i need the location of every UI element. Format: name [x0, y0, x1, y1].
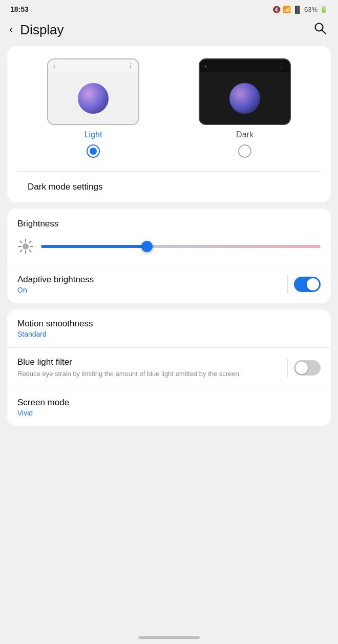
dark-preview-body	[200, 72, 290, 124]
brightness-slider-row	[17, 238, 321, 255]
status-time: 18:53	[10, 5, 29, 13]
slider-remaining	[147, 245, 321, 248]
light-dots-icon: ⋮	[128, 63, 133, 69]
dark-mode-settings-row[interactable]: Dark mode settings	[17, 172, 321, 202]
svg-line-7	[20, 241, 23, 243]
dark-preview-top: ‹ ⋮	[200, 59, 290, 72]
screen-mode-title: Screen mode	[17, 398, 321, 408]
blue-light-toggle[interactable]	[294, 360, 321, 376]
slider-fill	[41, 245, 147, 248]
light-sphere	[78, 83, 109, 114]
toggle-thumb-blue	[295, 362, 308, 374]
battery-percent: 63%	[304, 6, 318, 13]
header: ‹ Display	[0, 16, 338, 46]
adaptive-subtitle: On	[17, 286, 287, 294]
dark-sphere	[229, 83, 260, 114]
status-bar: 18:53 🔇 📶 ▐▌ 63% 🔋	[0, 0, 338, 16]
signal-icon: ▐▌	[293, 6, 302, 13]
brightness-card: Brightness	[7, 209, 331, 303]
brightness-title: Brightness	[17, 219, 321, 229]
dark-label: Dark	[236, 130, 253, 139]
light-preview-top: ‹ ⋮	[48, 59, 138, 72]
motion-smoothness-row[interactable]: Motion smoothness Standard	[7, 309, 331, 347]
light-radio-container	[17, 144, 169, 166]
battery-icon: 🔋	[320, 6, 328, 13]
toggle-thumb-adaptive	[307, 278, 319, 290]
back-button[interactable]: ‹	[9, 23, 13, 36]
adaptive-brightness-row[interactable]: Adaptive brightness On	[7, 265, 331, 303]
mute-icon: 🔇	[272, 6, 281, 13]
theme-card: ‹ ⋮ Light ‹ ⋮	[7, 46, 331, 202]
motion-smoothness-title: Motion smoothness	[17, 319, 321, 329]
status-right: 🔇 📶 ▐▌ 63% 🔋	[272, 6, 328, 13]
adaptive-title: Adaptive brightness	[17, 275, 287, 285]
dark-back-icon: ‹	[205, 63, 207, 69]
wifi-icon: 📶	[283, 6, 291, 13]
blue-light-text: Blue light filter Reduce eye strain by l…	[17, 357, 287, 379]
slider-thumb[interactable]	[141, 241, 153, 252]
theme-option-dark[interactable]: ‹ ⋮ Dark	[169, 58, 321, 166]
svg-point-2	[23, 243, 29, 250]
brightness-slider[interactable]	[41, 245, 321, 248]
vertical-divider-blue	[287, 359, 288, 377]
blue-light-row[interactable]: Blue light filter Reduce eye strain by l…	[7, 348, 331, 388]
svg-line-9	[29, 241, 31, 243]
screen-mode-subtitle: Vivid	[17, 409, 321, 417]
page-title: Display	[20, 22, 64, 38]
theme-options: ‹ ⋮ Light ‹ ⋮	[17, 58, 321, 166]
theme-option-light[interactable]: ‹ ⋮ Light	[17, 58, 169, 166]
motion-smoothness-subtitle: Standard	[17, 330, 321, 338]
search-button[interactable]	[313, 22, 327, 38]
light-preview: ‹ ⋮	[47, 58, 139, 125]
svg-line-1	[322, 30, 326, 34]
light-radio[interactable]	[87, 144, 100, 158]
home-indicator	[138, 636, 200, 639]
brightness-section: Brightness	[7, 209, 331, 255]
dark-radio-container	[169, 144, 321, 166]
blue-light-toggle-container	[287, 359, 321, 377]
light-radio-inner	[90, 148, 97, 155]
light-preview-body	[48, 72, 138, 124]
blue-light-title: Blue light filter	[17, 357, 282, 367]
bottom-settings-card: Motion smoothness Standard Blue light fi…	[7, 309, 331, 426]
light-back-icon: ‹	[53, 63, 55, 69]
blue-light-desc: Reduce eye strain by limiting the amount…	[17, 369, 282, 379]
dark-preview: ‹ ⋮	[199, 58, 291, 125]
dark-dots-icon: ⋮	[279, 63, 285, 69]
header-left: ‹ Display	[9, 22, 64, 38]
vertical-divider	[287, 275, 288, 294]
dark-radio[interactable]	[238, 144, 251, 158]
dark-mode-settings-label: Dark mode settings	[28, 182, 102, 192]
adaptive-text-block: Adaptive brightness On	[17, 275, 287, 294]
svg-line-8	[29, 250, 31, 252]
light-label: Light	[84, 130, 102, 139]
brightness-sun-icon	[17, 238, 34, 255]
screen-mode-row[interactable]: Screen mode Vivid	[7, 388, 331, 426]
adaptive-right	[287, 275, 321, 294]
svg-line-10	[20, 250, 23, 252]
adaptive-brightness-toggle[interactable]	[294, 277, 321, 292]
